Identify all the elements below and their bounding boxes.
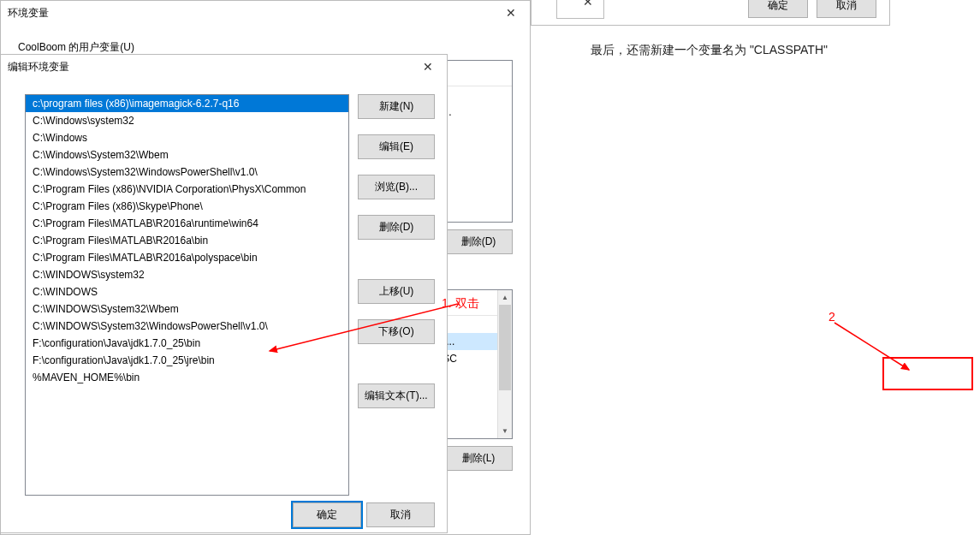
annotation-red-box [882,357,973,390]
list-item[interactable]: F:\configuration\Java\jdk1.7.0_25\jre\bi… [26,352,348,369]
close-icon[interactable]: ✕ [416,58,440,75]
delete-sys-button[interactable]: 删除(L) [444,446,513,471]
scrollbar[interactable]: ▲ ▼ [497,290,512,438]
delete-user-button[interactable]: 删除(D) [444,229,513,254]
list-item[interactable]: F:\configuration\Java\jdk1.7.0_25\bin [26,335,348,352]
svg-line-1 [834,323,909,370]
move-up-button[interactable]: 上移(U) [358,279,435,304]
background-text: 最后，还需新建一个变量名为 "CLASSPATH" [591,43,828,58]
list-item[interactable]: C:\Windows\system32 [26,112,348,129]
list-item[interactable]: C:\Program Files\MATLAB\R2016a\bin [26,232,348,249]
path-list[interactable]: c:\program files (x86)\imagemagick-6.2.7… [25,94,349,496]
delete-button[interactable]: 删除(D) [358,215,435,240]
scroll-down-icon[interactable]: ▼ [498,424,512,438]
close-icon[interactable]: ✕ [576,0,600,10]
move-down-button[interactable]: 下移(O) [358,319,435,344]
bg-cancel-button[interactable]: 取消 [817,0,876,18]
list-item[interactable]: C:\Program Files\MATLAB\R2016a\polyspace… [26,249,348,266]
user-vars-label: CoolBoom 的用户变量(U) [18,40,513,55]
edit-env-var-dialog: 编辑环境变量 ✕ c:\program files (x86)\imagemag… [0,54,448,533]
ok-button[interactable]: 确定 [293,502,361,527]
list-item[interactable]: C:\Program Files (x86)\Skype\Phone\ [26,198,348,215]
titlebar: 环境变量 ✕ [1,1,530,25]
new-button[interactable]: 新建(N) [358,94,435,119]
annotation-arrow-2 [830,318,950,383]
list-item[interactable]: C:\WINDOWS\system32 [26,266,348,283]
edit-button[interactable]: 编辑(E) [358,134,435,159]
list-item[interactable]: %MAVEN_HOME%\bin [26,369,348,386]
edit-text-button[interactable]: 编辑文本(T)... [358,383,435,408]
dialog-title: 环境变量 [8,6,49,21]
dialog-title: 编辑环境变量 [8,60,69,74]
list-item[interactable]: c:\program files (x86)\imagemagick-6.2.7… [26,95,348,112]
list-item[interactable]: C:\Windows\System32\Wbem [26,146,348,163]
background-close-fragment: ✕ [556,0,604,19]
list-item[interactable]: C:\WINDOWS\System32\WindowsPowerShell\v1… [26,318,348,335]
bg-ok-button[interactable]: 确定 [748,0,808,18]
browse-button[interactable]: 浏览(B)... [358,175,435,199]
titlebar: 编辑环境变量 ✕ [1,55,447,79]
list-item[interactable]: C:\WINDOWS [26,283,348,300]
cancel-button[interactable]: 取消 [366,502,435,527]
list-item[interactable]: C:\Program Files (x86)\NVIDIA Corporatio… [26,181,348,198]
scroll-thumb[interactable] [499,305,511,390]
list-item[interactable]: C:\Windows [26,129,348,146]
scroll-up-icon[interactable]: ▲ [498,290,512,305]
list-item[interactable]: C:\WINDOWS\System32\Wbem [26,300,348,318]
list-item[interactable]: C:\Program Files\MATLAB\R2016a\runtime\w… [26,215,348,232]
close-icon[interactable]: ✕ [499,4,523,21]
list-item[interactable]: C:\Windows\System32\WindowsPowerShell\v1… [26,163,348,181]
annotation-label-2: 2 [829,310,835,324]
